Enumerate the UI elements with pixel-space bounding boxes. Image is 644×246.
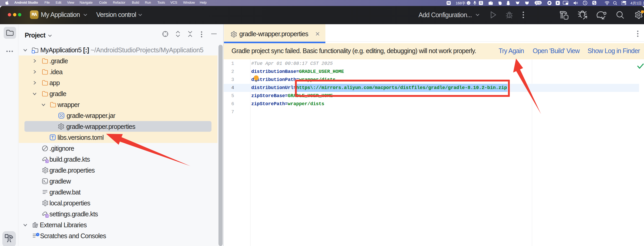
svg-text:豆包: 豆包 [536, 1, 541, 4]
